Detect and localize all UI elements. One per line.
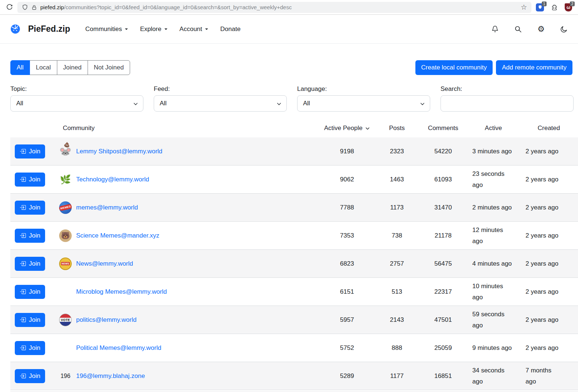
nav-account[interactable]: Account bbox=[180, 25, 208, 33]
posts-count: 1463 bbox=[375, 176, 419, 183]
header-active[interactable]: Active bbox=[467, 125, 520, 132]
header-comments[interactable]: Comments bbox=[419, 125, 467, 132]
community-link[interactable]: News@lemmy.world bbox=[76, 260, 133, 267]
active-people-count: 6823 bbox=[319, 260, 375, 267]
join-button[interactable]: Join bbox=[15, 201, 45, 215]
url-path: /communities?topic_id=0&feed_id=0&langua… bbox=[64, 4, 292, 10]
community-link[interactable]: Political Memes@lemmy.world bbox=[76, 344, 161, 352]
join-button[interactable]: Join bbox=[15, 285, 45, 299]
tab-joined[interactable]: Joined bbox=[57, 60, 88, 75]
active-people-count: 5752 bbox=[319, 344, 375, 352]
join-button[interactable]: Join bbox=[15, 257, 45, 271]
nav-explore[interactable]: Explore bbox=[140, 25, 167, 33]
comments-count: 16851 bbox=[419, 372, 467, 380]
comments-count: 54220 bbox=[419, 148, 467, 155]
community-link[interactable]: memes@lemmy.world bbox=[76, 204, 138, 211]
join-button[interactable]: Join bbox=[15, 369, 45, 383]
box-arrow-in-right-icon bbox=[20, 204, 26, 211]
blue-extension-icon[interactable]: 1 bbox=[536, 3, 544, 11]
posts-count: 2757 bbox=[375, 260, 419, 267]
table-row: Join Microblog Memes@lemmy.world 6151 51… bbox=[10, 278, 578, 306]
topic-label: Topic: bbox=[10, 85, 143, 93]
header-active-people[interactable]: Active People bbox=[319, 125, 375, 132]
table-header-row: Community Active People Posts Comments A… bbox=[10, 119, 578, 137]
comments-count: 22317 bbox=[419, 288, 467, 296]
language-select[interactable]: All bbox=[297, 95, 430, 112]
last-active: 4 minutes ago bbox=[467, 258, 520, 269]
add-remote-community-button[interactable]: Add remote community bbox=[496, 60, 572, 75]
chevron-down-icon bbox=[205, 28, 208, 31]
community-link[interactable]: Microblog Memes@lemmy.world bbox=[76, 288, 167, 296]
breaking-news-badge-avatar: NEWS bbox=[59, 258, 72, 270]
red-shield-extension-icon[interactable]: ω 2 bbox=[565, 3, 572, 11]
join-button[interactable]: Join bbox=[15, 144, 45, 158]
box-arrow-in-right-icon bbox=[20, 345, 26, 351]
sort-chevron-down-icon bbox=[365, 126, 370, 131]
feed-select[interactable]: All bbox=[154, 95, 287, 112]
created-ago: 2 years ago bbox=[520, 286, 578, 297]
last-active: 10 minutes ago bbox=[467, 281, 520, 303]
language-label: Language: bbox=[297, 85, 430, 93]
table-row: Join 🐭💩 Lemmy Shitpost@lemmy.world 9198 … bbox=[10, 137, 578, 166]
url-host: piefed.zip bbox=[40, 4, 64, 10]
header-posts[interactable]: Posts bbox=[375, 125, 419, 132]
tab-all[interactable]: All bbox=[10, 60, 30, 75]
community-link[interactable]: 196@lemmy.blahaj.zone bbox=[76, 372, 145, 380]
create-local-community-button[interactable]: Create local community bbox=[415, 60, 493, 75]
nav-communities[interactable]: Communities bbox=[85, 25, 128, 33]
comments-count: 31470 bbox=[419, 204, 467, 211]
nav-donate[interactable]: Donate bbox=[220, 25, 241, 33]
address-bar[interactable]: piefed.zip/communities?topic_id=0&feed_i… bbox=[17, 2, 531, 13]
science-bear-avatar: 🐻 bbox=[59, 229, 72, 242]
bookmark-star-icon[interactable]: ☆ bbox=[521, 4, 527, 11]
posts-count: 2143 bbox=[375, 316, 419, 324]
join-button[interactable]: Join bbox=[15, 229, 45, 243]
mouse-poop-hat-avatar: 🐭💩 bbox=[59, 145, 72, 158]
reload-icon[interactable] bbox=[6, 4, 13, 11]
settings-gear-icon[interactable]: ⚙ bbox=[537, 25, 545, 33]
box-arrow-in-right-icon bbox=[20, 289, 26, 295]
table-row: Join Political Memes@lemmy.world 5752 88… bbox=[10, 334, 578, 362]
community-link[interactable]: Lemmy Shitpost@lemmy.world bbox=[76, 148, 162, 155]
table-row: Join 🐻 Science Memes@mander.xyz 7353 738… bbox=[10, 222, 578, 250]
community-link[interactable]: politics@lemmy.world bbox=[76, 316, 136, 324]
tab-not-joined[interactable]: Not Joined bbox=[88, 60, 130, 75]
chevron-down-icon bbox=[420, 101, 425, 106]
circuit-leaves-avatar: 🌿 bbox=[59, 173, 72, 186]
created-ago: 2 years ago bbox=[520, 230, 578, 241]
created-ago: 2 years ago bbox=[520, 202, 578, 213]
piefed-logo-home-link[interactable]: PieFed.zip bbox=[10, 24, 70, 34]
community-action-buttons: Create local community Add remote commun… bbox=[415, 60, 572, 75]
header-icon-group: ⚙ bbox=[491, 25, 568, 33]
shield-icon[interactable] bbox=[22, 4, 28, 10]
community-link[interactable]: Technology@lemmy.world bbox=[76, 176, 149, 183]
header-created[interactable]: Created bbox=[520, 125, 578, 132]
join-button[interactable]: Join bbox=[15, 173, 45, 187]
communities-table: Community Active People Posts Comments A… bbox=[10, 119, 578, 392]
join-button[interactable]: Join bbox=[15, 313, 45, 327]
table-row: Join VOTE politics@lemmy.world 5957 2143… bbox=[10, 306, 578, 334]
header-community[interactable]: Community bbox=[59, 125, 319, 132]
created-ago: 7 months ago bbox=[520, 365, 578, 387]
toolbar-row: All Local Joined Not Joined Create local… bbox=[10, 60, 578, 75]
table-row: Join NEWS News@lemmy.world 6823 2757 564… bbox=[10, 250, 578, 278]
search-input[interactable] bbox=[441, 95, 574, 112]
chevron-down-icon bbox=[276, 101, 282, 106]
notifications-bell-icon[interactable] bbox=[491, 25, 499, 33]
language-filter: Language: All bbox=[297, 85, 430, 112]
dark-mode-moon-icon[interactable] bbox=[560, 25, 568, 33]
search-icon[interactable] bbox=[514, 25, 522, 33]
lock-icon[interactable] bbox=[31, 4, 37, 10]
tab-local[interactable]: Local bbox=[30, 60, 57, 75]
community-link[interactable]: Science Memes@mander.xyz bbox=[76, 232, 159, 239]
created-ago: 2 years ago bbox=[520, 258, 578, 269]
search-label: Search: bbox=[441, 85, 574, 93]
join-button[interactable]: Join bbox=[15, 341, 45, 355]
extensions-puzzle-icon[interactable] bbox=[551, 4, 558, 11]
search-filter: Search: bbox=[441, 85, 574, 112]
filters: Topic: All Feed: All Language: All Searc… bbox=[10, 85, 578, 112]
scope-tab-group: All Local Joined Not Joined bbox=[10, 60, 130, 75]
topic-select[interactable]: All bbox=[10, 95, 143, 112]
table-row: Join 🌿 Technology@lemmy.world 9062 1463 … bbox=[10, 166, 578, 194]
chevron-down-icon bbox=[164, 28, 167, 31]
